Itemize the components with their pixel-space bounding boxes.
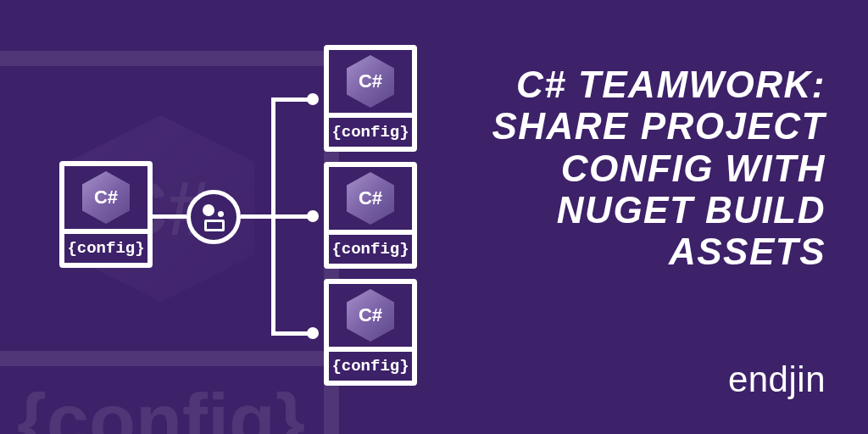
nuget-hub-icon [186,190,241,244]
target-config-card: C# {config} [324,162,417,269]
source-config-card: C# {config} [59,161,153,268]
headline-line: C# TEAMWORK: [478,64,826,105]
connector-dot-icon [307,93,319,105]
target-config-card: C# {config} [324,45,417,152]
target-config-card: C# {config} [324,279,417,386]
csharp-hex-icon: C# [82,171,130,224]
connector-line [241,214,275,219]
connector-dot-icon [307,210,319,222]
config-distribution-diagram: C# {config} C# {config} C# {config} [34,0,475,434]
brand-logo-text: endjin [728,359,826,400]
card-label: {config} [329,352,412,381]
headline-text: C# TEAMWORK: SHARE PROJECT CONFIG WITH N… [478,64,826,272]
headline-line: SHARE PROJECT [478,105,826,147]
connector-line [153,214,186,219]
card-label: {config} [329,118,412,147]
connector-dot-icon [307,327,319,339]
headline-line: CONFIG WITH [478,147,826,189]
csharp-hex-icon: C# [347,289,394,342]
csharp-hex-icon: C# [347,172,394,225]
csharp-hex-icon: C# [347,55,394,108]
card-label: {config} [64,234,147,263]
headline-line: NUGET BUILD [478,189,826,231]
headline-line: ASSETS [478,231,826,272]
card-label: {config} [329,235,412,264]
